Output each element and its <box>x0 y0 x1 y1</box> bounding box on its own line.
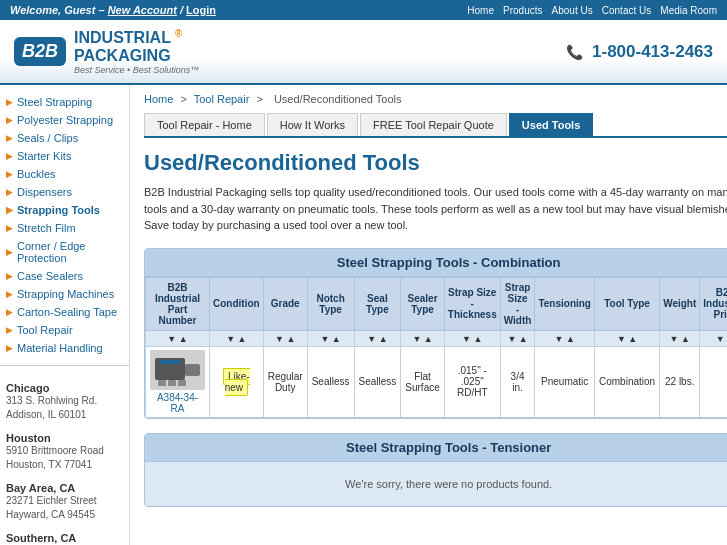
col-notch-type: NotchType <box>307 277 354 330</box>
arrow-icon: ▶ <box>6 151 13 161</box>
sort-arrows[interactable]: ▼ ▲ <box>320 334 340 344</box>
sidebar-item-corner-edge[interactable]: ▶ Corner / Edge Protection <box>0 237 129 267</box>
table-row: A384-34-RA Like-new Regular Duty Sealles… <box>146 346 728 417</box>
sidebar-item-dispensers[interactable]: ▶ Dispensers <box>0 183 129 201</box>
logo-area: B2B INDUSTRIAL ® PACKAGING Best Service … <box>14 28 199 75</box>
weight-cell: 22 lbs. <box>660 346 700 417</box>
svg-rect-5 <box>178 380 186 386</box>
sidebar-item-strapping-tools[interactable]: ▶ Strapping Tools <box>0 201 129 219</box>
city-name: Chicago <box>6 382 123 394</box>
breadcrumb-tool-repair[interactable]: Tool Repair <box>194 93 250 105</box>
sort-arrows[interactable]: ▼ ▲ <box>275 334 295 344</box>
sort-cell: ▼ ▲ <box>660 330 700 346</box>
sort-cell: ▼ ▲ <box>401 330 444 346</box>
arrow-icon: ▶ <box>6 115 13 125</box>
sort-arrows[interactable]: ▼ ▲ <box>507 334 527 344</box>
sort-arrows[interactable]: ▼ ▲ <box>412 334 432 344</box>
top-contact-link[interactable]: Contact Us <box>602 5 651 16</box>
brand-line2: PACKAGING <box>74 47 199 65</box>
product-link[interactable]: A384-34-RA <box>157 392 198 414</box>
sort-cell: ▼ ▲ <box>263 330 307 346</box>
login-link[interactable]: Login <box>186 4 216 16</box>
sidebar-item-label: Tool Repair <box>17 324 73 336</box>
col-price: B2BIndustrialPrice <box>700 277 727 330</box>
tab-how-it-works[interactable]: How It Works <box>267 113 358 136</box>
sidebar-item-polyester-strapping[interactable]: ▶ Polyester Strapping <box>0 111 129 129</box>
sidebar-item-buckles[interactable]: ▶ Buckles <box>0 165 129 183</box>
city-name: Houston <box>6 432 123 444</box>
breadcrumb-sep2: > <box>256 93 262 105</box>
breadcrumb-home[interactable]: Home <box>144 93 173 105</box>
breadcrumb: Home > Tool Repair > Used/Reconditioned … <box>144 93 727 105</box>
col-weight: Weight <box>660 277 700 330</box>
sidebar-item-steel-strapping[interactable]: ▶ Steel Strapping <box>0 93 129 111</box>
top-bar: Welcome, Guest – New Account / Login Hom… <box>0 0 727 20</box>
content-area: Home > Tool Repair > Used/Reconditioned … <box>130 85 727 545</box>
tensioner-section-title: Steel Strapping Tools - Tensioner <box>145 434 727 462</box>
sort-arrows[interactable]: ▼ ▲ <box>716 334 727 344</box>
seal-type-cell: Sealless <box>354 346 401 417</box>
sidebar-item-label: Corner / Edge Protection <box>17 240 123 264</box>
sidebar-item-label: Starter Kits <box>17 150 71 162</box>
tab-tool-repair-home[interactable]: Tool Repair - Home <box>144 113 265 136</box>
arrow-icon: ▶ <box>6 97 13 107</box>
phone-icon: 📞 <box>566 44 583 60</box>
svg-rect-3 <box>158 380 166 386</box>
tensioning-cell: Pneumatic <box>535 346 595 417</box>
logo-letters: B2B <box>22 41 58 62</box>
sidebar-item-seals-clips[interactable]: ▶ Seals / Clips <box>0 129 129 147</box>
logo-box: B2B <box>14 37 66 66</box>
sidebar: ▶ Steel Strapping ▶ Polyester Strapping … <box>0 85 130 545</box>
sort-arrows[interactable]: ▼ ▲ <box>617 334 637 344</box>
top-home-link[interactable]: Home <box>467 5 494 16</box>
sidebar-item-material-handling[interactable]: ▶ Material Handling <box>0 339 129 357</box>
header: B2B INDUSTRIAL ® PACKAGING Best Service … <box>0 20 727 85</box>
sidebar-item-stretch-film[interactable]: ▶ Stretch Film <box>0 219 129 237</box>
sort-cell: ▼ ▲ <box>594 330 659 346</box>
new-account-link[interactable]: New Account <box>108 4 177 16</box>
sort-arrows[interactable]: ▼ ▲ <box>167 334 187 344</box>
top-about-link[interactable]: About Us <box>552 5 593 16</box>
tab-used-tools[interactable]: Used Tools <box>509 113 593 136</box>
sidebar-item-case-sealers[interactable]: ▶ Case Sealers <box>0 267 129 285</box>
sort-arrows[interactable]: ▼ ▲ <box>555 334 575 344</box>
sort-cell: ▼ ▲ <box>210 330 264 346</box>
sealer-type-cell: Flat Surface <box>401 346 444 417</box>
sidebar-item-starter-kits[interactable]: ▶ Starter Kits <box>0 147 129 165</box>
combo-section: Steel Strapping Tools - Combination B2B … <box>144 248 727 419</box>
city-name: Southern, CA <box>6 532 123 544</box>
top-media-link[interactable]: Media Room <box>660 5 717 16</box>
breadcrumb-current: Used/Reconditioned Tools <box>274 93 402 105</box>
sidebar-item-label: Strapping Machines <box>17 288 114 300</box>
phone-area: 📞 1-800-413-2463 <box>566 42 713 62</box>
page-heading: Used/Reconditioned Tools <box>144 150 727 176</box>
sort-cell: ▼ ▲ <box>444 330 500 346</box>
strap-width-cell: 3/4 in. <box>500 346 535 417</box>
sidebar-item-carton-sealing-tape[interactable]: ▶ Carton-Sealing Tape <box>0 303 129 321</box>
sort-arrows[interactable]: ▼ ▲ <box>367 334 387 344</box>
col-grade: Grade <box>263 277 307 330</box>
tab-free-quote[interactable]: FREE Tool Repair Quote <box>360 113 507 136</box>
col-condition: Condition <box>210 277 264 330</box>
top-products-link[interactable]: Products <box>503 5 542 16</box>
arrow-icon: ▶ <box>6 271 13 281</box>
brand-line1: INDUSTRIAL ® <box>74 28 199 47</box>
sidebar-item-label: Case Sealers <box>17 270 83 282</box>
arrow-icon: ▶ <box>6 223 13 233</box>
dash: – <box>98 4 104 16</box>
sidebar-item-tool-repair[interactable]: ▶ Tool Repair <box>0 321 129 339</box>
sort-arrows[interactable]: ▼ ▲ <box>670 334 690 344</box>
sort-row: ▼ ▲ ▼ ▲ ▼ ▲ ▼ ▲ ▼ ▲ ▼ ▲ ▼ ▲ ▼ ▲ ▼ ▲ ▼ ▲ … <box>146 330 728 346</box>
col-tensioning: Tensioning <box>535 277 595 330</box>
tagline: Best Service • Best Solutions™ <box>74 65 199 75</box>
arrow-icon: ▶ <box>6 307 13 317</box>
sort-arrows[interactable]: ▼ ▲ <box>462 334 482 344</box>
welcome-text: Welcome, Guest <box>10 4 95 16</box>
sort-arrows[interactable]: ▼ ▲ <box>226 334 246 344</box>
sidebar-item-strapping-machines[interactable]: ▶ Strapping Machines <box>0 285 129 303</box>
phone-number: 1-800-413-2463 <box>592 42 713 61</box>
city-address: 5910 Brittmoore RoadHouston, TX 77041 <box>6 444 123 472</box>
sort-cell: ▼ ▲ <box>700 330 727 346</box>
city-address: 23271 Eichler StreetHayward, CA 94545 <box>6 494 123 522</box>
sort-cell: ▼ ▲ <box>354 330 401 346</box>
